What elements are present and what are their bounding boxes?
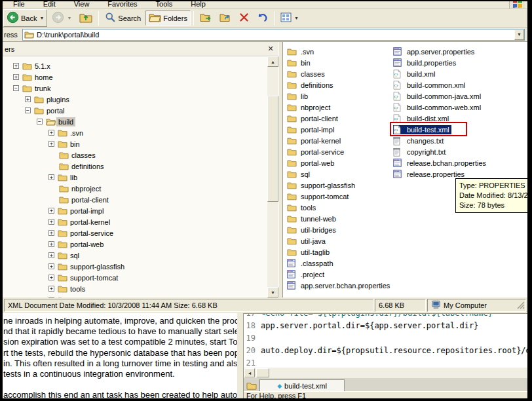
expand-plus-icon[interactable]: + <box>48 141 54 147</box>
file-item[interactable]: classes <box>287 68 390 79</box>
tree-item[interactable]: classes <box>3 149 267 161</box>
resize-grip-icon[interactable] <box>516 301 525 311</box>
tree-item[interactable]: +5.1.x <box>3 60 267 71</box>
tree-item[interactable]: +sql <box>3 250 267 261</box>
expand-plus-icon[interactable]: + <box>48 174 54 180</box>
tree-item[interactable]: +.svn <box>3 127 267 138</box>
menu-item-file[interactable]: File <box>4 1 34 9</box>
scroll-left-icon[interactable]: ◄ <box>244 368 255 377</box>
tree-item[interactable]: −portal <box>3 105 267 116</box>
file-item[interactable]: bin <box>287 57 390 68</box>
tree-item[interactable]: +support-tomcat <box>3 272 267 283</box>
folders-button[interactable]: Folders <box>145 10 191 26</box>
pane-divider[interactable] <box>278 42 283 297</box>
collapse-minus-icon[interactable]: − <box>37 119 43 124</box>
document-window[interactable]: ne inroads in helping automate, improve,… <box>3 313 237 398</box>
expand-plus-icon[interactable]: + <box>48 241 54 247</box>
file-item[interactable]: app.server.bchan.properties <box>287 280 390 291</box>
tree-item[interactable]: nbproject <box>3 183 267 194</box>
expand-plus-icon[interactable]: + <box>48 286 54 292</box>
file-item[interactable]: build-common-web.xml <box>393 102 486 113</box>
code-area[interactable]: 17<echo file="${lp.plugins.dir}/build.${… <box>244 314 527 368</box>
menu-item-edit[interactable]: Edit <box>34 1 65 9</box>
editor-horizontal-scrollbar[interactable]: ◄ <box>244 368 527 378</box>
file-item[interactable]: tools <box>287 202 390 213</box>
collapse-minus-icon[interactable]: − <box>13 85 19 91</box>
file-item[interactable]: portal-kernel <box>287 135 390 146</box>
move-to-button[interactable] <box>197 10 215 26</box>
menu-item-tools[interactable]: Tools <box>147 1 182 9</box>
file-item[interactable]: build-common-java.xml <box>393 90 486 102</box>
file-item[interactable]: app.server.properties <box>393 46 486 57</box>
collapse-minus-icon[interactable]: − <box>25 107 31 113</box>
expand-plus-icon[interactable]: + <box>13 63 19 69</box>
file-item[interactable]: .classpath <box>287 258 390 269</box>
file-item[interactable]: sql <box>287 168 390 180</box>
menu-item-help[interactable]: Help <box>181 1 215 9</box>
file-item[interactable]: changes.txt <box>393 135 486 146</box>
tree-item[interactable]: +portal-impl <box>3 205 267 216</box>
close-icon[interactable]: ✕ <box>265 45 276 53</box>
tree-scrollbar[interactable]: ▲ ▼ <box>267 56 278 297</box>
tree-item[interactable]: −build <box>3 116 267 127</box>
file-item[interactable]: definitions <box>287 79 390 90</box>
file-item[interactable]: portal-web <box>287 157 390 168</box>
file-item[interactable]: copyright.txt <box>393 146 486 157</box>
file-item[interactable]: util-bridges <box>287 224 390 235</box>
scrollbar-thumb[interactable] <box>267 96 278 202</box>
file-item[interactable]: build-dist.xml <box>393 113 486 124</box>
expand-plus-icon[interactable]: + <box>13 74 19 80</box>
search-button[interactable]: Search <box>102 10 144 26</box>
expand-plus-icon[interactable]: + <box>48 230 54 236</box>
file-item[interactable]: .svn <box>287 46 390 57</box>
scroll-up-icon[interactable]: ▲ <box>267 56 278 67</box>
expand-plus-icon[interactable]: + <box>48 275 54 280</box>
tree-item[interactable]: +support-glassfish <box>3 261 267 272</box>
tab-folder-icon[interactable] <box>244 379 259 391</box>
up-button[interactable] <box>76 10 96 26</box>
file-item[interactable]: build-test.xml <box>393 124 486 135</box>
expand-plus-icon[interactable]: + <box>48 208 54 214</box>
file-item[interactable]: release.bchan.properties <box>393 157 486 168</box>
file-item[interactable]: tunnel-web <box>287 213 390 224</box>
tab-build-test-xml[interactable]: ◆ build-test.xml <box>259 379 345 391</box>
expand-plus-icon[interactable]: + <box>48 130 54 136</box>
tree-item[interactable]: +tools <box>3 283 267 294</box>
views-button[interactable]: ▼ <box>277 10 302 26</box>
address-input[interactable]: D:\trunk\portal\build ▼ <box>22 29 525 41</box>
copy-to-button[interactable] <box>216 10 235 26</box>
tree-item[interactable]: +portal-web <box>3 239 267 250</box>
tree-item[interactable]: +portal-kernel <box>3 216 267 227</box>
tree-item[interactable]: +home <box>3 71 267 83</box>
file-item[interactable]: support-tomcat <box>287 191 390 202</box>
file-item[interactable]: build.xml <box>393 68 486 79</box>
expand-plus-icon[interactable]: + <box>48 252 54 258</box>
file-item[interactable]: portal-service <box>287 146 390 157</box>
expand-plus-icon[interactable]: + <box>48 263 54 269</box>
back-dropdown-icon[interactable]: ▼ <box>39 16 44 20</box>
expand-plus-icon[interactable]: + <box>48 219 54 225</box>
menu-item-favorites[interactable]: Favorites <box>98 1 146 9</box>
back-button[interactable]: Back ▼ <box>3 9 47 27</box>
undo-button[interactable] <box>254 10 271 26</box>
tree-item[interactable]: +plugins <box>3 94 267 105</box>
file-item[interactable]: portal-client <box>287 113 390 124</box>
file-item[interactable]: util-taglib <box>287 246 390 258</box>
views-dropdown-icon[interactable]: ▼ <box>294 16 299 20</box>
menu-item-view[interactable]: View <box>65 1 99 9</box>
file-item[interactable]: portal-impl <box>287 124 390 135</box>
tree-item[interactable]: +lib <box>3 172 267 183</box>
tree-item[interactable]: +portal-service <box>3 227 267 239</box>
file-item[interactable]: nbproject <box>287 102 390 113</box>
expand-plus-icon[interactable]: + <box>25 96 31 102</box>
forward-button[interactable]: ▼ <box>48 9 75 27</box>
tree-item[interactable]: −trunk <box>3 83 267 94</box>
file-item[interactable]: lib <box>287 90 390 102</box>
file-item[interactable]: build.properties <box>393 57 486 68</box>
tree-item[interactable]: +bin <box>3 138 267 149</box>
tree-item[interactable]: portal-client <box>3 194 267 205</box>
file-item[interactable]: .project <box>287 269 390 280</box>
file-item[interactable]: build-common.xml <box>393 79 486 90</box>
tree-item[interactable]: definitions <box>3 161 267 172</box>
address-dropdown-icon[interactable]: ▼ <box>514 29 524 40</box>
